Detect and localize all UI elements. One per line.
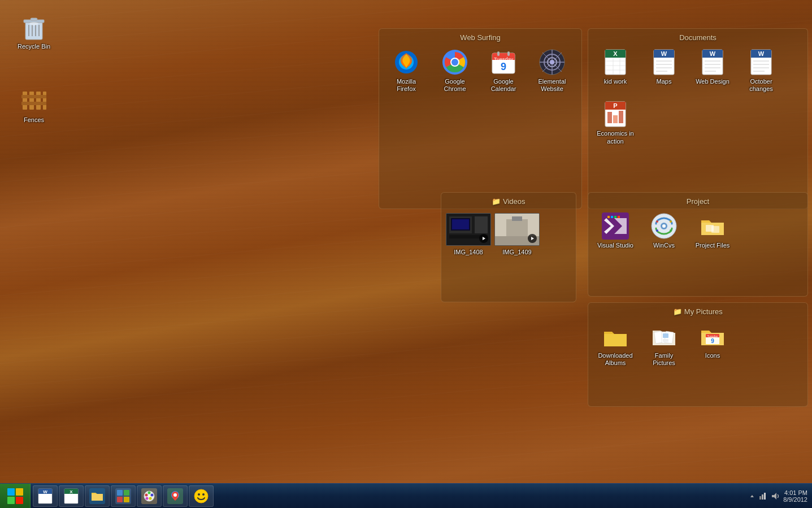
svg-rect-123 bbox=[117, 497, 123, 502]
svg-point-97 bbox=[670, 229, 672, 232]
svg-point-136 bbox=[194, 489, 208, 503]
svg-rect-103 bbox=[663, 333, 668, 338]
taskbar-control-panel[interactable] bbox=[111, 485, 136, 507]
network-icon bbox=[758, 492, 767, 501]
svg-text:W: W bbox=[758, 50, 765, 57]
taskbar-explorer[interactable] bbox=[85, 485, 110, 507]
svg-text:W: W bbox=[43, 489, 47, 494]
svg-rect-10 bbox=[36, 92, 41, 110]
img1409-label: IMG_1409 bbox=[502, 249, 531, 256]
svg-rect-88 bbox=[611, 216, 613, 218]
svg-point-128 bbox=[148, 491, 151, 494]
svg-rect-112 bbox=[16, 497, 23, 504]
svg-point-94 bbox=[656, 220, 658, 223]
fences-svg bbox=[20, 87, 47, 114]
speaker-icon bbox=[771, 492, 780, 501]
svg-rect-104 bbox=[663, 339, 668, 342]
recycle-bin-label: Recycle Bin bbox=[18, 43, 50, 50]
taskbar: W X bbox=[0, 483, 812, 508]
desktop: Recycle Bin Fences Web Surfing bbox=[0, 0, 812, 508]
svg-rect-109 bbox=[7, 488, 15, 496]
taskbar-smiley[interactable] bbox=[189, 485, 214, 507]
img1408-icon[interactable]: IMG_1408 bbox=[446, 210, 491, 258]
maps-doc-icon[interactable]: W Maps bbox=[641, 46, 687, 95]
economics-action-icon[interactable]: P Economics inaction bbox=[593, 98, 638, 147]
web-design-label: Web Design bbox=[696, 78, 730, 85]
img1408-label: IMG_1408 bbox=[454, 249, 483, 256]
start-button[interactable] bbox=[0, 484, 31, 509]
system-clock[interactable]: 4:01 PM 8/9/2012 bbox=[783, 489, 807, 503]
svg-rect-68 bbox=[613, 115, 618, 123]
fences-desktop-icon[interactable]: Fences bbox=[11, 85, 57, 126]
svg-rect-6 bbox=[31, 18, 37, 20]
svg-rect-74 bbox=[452, 219, 469, 229]
firefox-icon[interactable]: MozillaFirefox bbox=[384, 46, 429, 95]
visual-studio-label: Visual Studio bbox=[597, 242, 633, 249]
taskbar-apps: W X bbox=[31, 485, 745, 507]
svg-text:P: P bbox=[613, 102, 617, 109]
svg-rect-12 bbox=[21, 95, 46, 98]
svg-point-131 bbox=[146, 497, 149, 500]
svg-text:X: X bbox=[70, 489, 73, 494]
folder-icon: 📁 bbox=[492, 197, 503, 206]
svg-point-34 bbox=[550, 60, 554, 64]
visual-studio-icon[interactable]: Visual Studio bbox=[593, 210, 638, 251]
fence-project: Project bbox=[588, 192, 808, 297]
svg-text:X: X bbox=[613, 50, 618, 57]
chrome-icon[interactable]: GoogleChrome bbox=[432, 46, 477, 95]
fence-project-title: Project bbox=[593, 197, 803, 206]
svg-rect-142 bbox=[764, 493, 766, 500]
svg-point-137 bbox=[198, 493, 200, 496]
svg-rect-89 bbox=[614, 216, 616, 218]
fence-videos: 📁 Videos bbox=[441, 192, 576, 302]
fence-videos-icons: IMG_1408 bbox=[446, 210, 571, 258]
svg-rect-87 bbox=[607, 216, 610, 218]
family-pictures-icon[interactable]: Family Pictures bbox=[641, 320, 687, 369]
svg-rect-121 bbox=[117, 490, 123, 496]
fence-documents: Documents X kid work bbox=[588, 28, 808, 209]
chrome-label: GoogleChrome bbox=[444, 78, 466, 93]
svg-text:Tuesday: Tuesday bbox=[707, 335, 718, 338]
fence-my-pictures: 📁 My Pictures DownloadedAlbums bbox=[588, 302, 808, 407]
tray-expand-icon[interactable] bbox=[749, 493, 755, 499]
svg-point-19 bbox=[451, 59, 458, 66]
svg-point-129 bbox=[151, 493, 154, 496]
svg-point-95 bbox=[670, 220, 672, 223]
svg-text:W: W bbox=[661, 50, 667, 57]
fence-web-surfing: Web Surfing MozillaFirefox bbox=[379, 28, 582, 209]
windows-logo bbox=[6, 487, 24, 505]
web-design-icon[interactable]: W Web Design bbox=[690, 46, 735, 95]
system-tray: 4:01 PM 8/9/2012 bbox=[745, 489, 812, 503]
project-files-icon[interactable]: Project Files bbox=[690, 210, 735, 251]
taskbar-maps[interactable] bbox=[163, 485, 188, 507]
october-changes-icon[interactable]: W Octoberchanges bbox=[739, 46, 784, 95]
clock-date: 8/9/2012 bbox=[783, 496, 807, 503]
fence-web-surfing-icons: MozillaFirefox bbox=[384, 46, 577, 95]
svg-rect-81 bbox=[512, 216, 522, 221]
elemental-website-icon[interactable]: ElementalWebsite bbox=[529, 46, 575, 95]
svg-point-138 bbox=[202, 493, 205, 496]
google-calendar-icon[interactable]: 9 Tuesday GoogleCalendar bbox=[481, 46, 526, 95]
taskbar-word[interactable]: W bbox=[33, 485, 58, 507]
svg-text:Tuesday: Tuesday bbox=[494, 57, 514, 62]
clock-time: 4:01 PM bbox=[783, 489, 807, 496]
downloaded-albums-icon[interactable]: DownloadedAlbums bbox=[593, 320, 638, 369]
img1409-icon[interactable]: IMG_1409 bbox=[494, 210, 540, 258]
svg-point-7 bbox=[29, 22, 38, 25]
recycle-bin-svg bbox=[22, 14, 46, 41]
svg-rect-140 bbox=[759, 496, 761, 500]
svg-point-96 bbox=[656, 229, 658, 232]
taskbar-excel[interactable]: X bbox=[59, 485, 84, 507]
wincvs-icon[interactable]: WinCvs bbox=[641, 210, 687, 251]
recycle-bin-icon[interactable]: Recycle Bin bbox=[11, 11, 57, 53]
svg-text:9: 9 bbox=[711, 338, 714, 344]
wincvs-label: WinCvs bbox=[653, 242, 675, 249]
svg-point-93 bbox=[662, 224, 666, 228]
svg-rect-72 bbox=[475, 216, 488, 233]
svg-marker-139 bbox=[750, 495, 754, 497]
icons-folder-icon[interactable]: 9 Tuesday Icons bbox=[690, 320, 735, 369]
svg-rect-111 bbox=[7, 497, 15, 504]
kid-work-icon[interactable]: X kid work bbox=[593, 46, 638, 95]
svg-rect-90 bbox=[618, 216, 620, 218]
taskbar-paint[interactable] bbox=[137, 485, 162, 507]
